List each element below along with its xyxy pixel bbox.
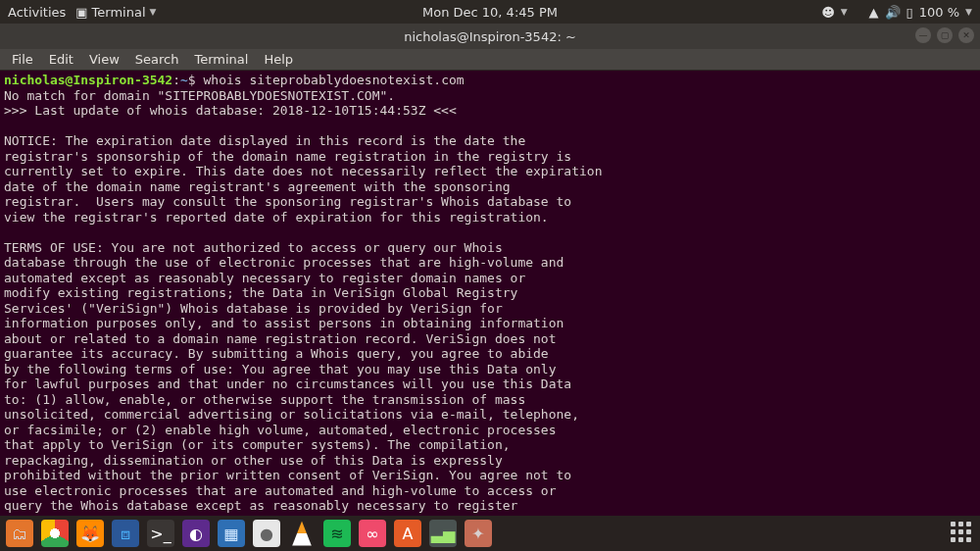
files-icon[interactable]: 🗂 — [6, 520, 33, 547]
menu-terminal[interactable]: Terminal — [188, 50, 254, 69]
volume-icon[interactable]: 🔊 — [885, 5, 901, 20]
minimize-button[interactable]: — — [915, 27, 931, 43]
output-line: information purposes only, and to assist… — [4, 316, 564, 330]
chevron-down-icon: ▼ — [150, 7, 157, 17]
output-line: query the Whois database except as reaso… — [4, 498, 517, 513]
maximize-button[interactable]: ▢ — [937, 27, 953, 43]
terminal-viewport[interactable]: nicholas@Inspiron-3542:~$ whois siteprob… — [0, 71, 980, 516]
vscode-icon[interactable]: ⧈ — [112, 520, 139, 547]
prompt-path: ~ — [180, 73, 188, 87]
ubuntu-dock: 🗂 🦊 ⧈ >_ ◐ ▦ ● ≋ ∞ A ▃▅ ✦ — [0, 516, 980, 551]
output-line: automated except as reasonably necessary… — [4, 271, 525, 285]
menu-view[interactable]: View — [83, 50, 125, 69]
output-line: view the registrar's reported date of ex… — [4, 210, 549, 225]
prompt-userhost: nicholas@Inspiron-3542 — [4, 73, 172, 87]
app-menu[interactable]: ▣ Terminal ▼ — [72, 5, 160, 20]
output-line: about or related to a domain name regist… — [4, 331, 557, 346]
prompt-sep: : — [172, 73, 180, 87]
output-line: for lawful purposes and that under no ci… — [4, 376, 571, 391]
spotify-icon[interactable]: ≋ — [323, 520, 351, 547]
output-line: or facsimile; or (2) enable high volume,… — [4, 423, 557, 437]
close-button[interactable]: ✕ — [958, 27, 974, 43]
output-line: >>> Last update of whois database: 2018-… — [4, 103, 457, 118]
output-line: registrar's sponsorship of the domain na… — [4, 149, 571, 164]
chevron-down-icon: ▼ — [965, 7, 972, 17]
terminal-icon[interactable]: >_ — [147, 520, 174, 547]
output-line: repackaging, dissemination or other use … — [4, 453, 503, 468]
vlc-icon[interactable] — [288, 520, 316, 547]
output-line: by the following terms of use: You agree… — [4, 362, 557, 376]
window-title: nicholas@Inspiron-3542: ~ — [404, 29, 576, 44]
app-menu-label: Terminal — [92, 5, 146, 20]
output-line: database through the use of electronic p… — [4, 255, 564, 270]
face-icon[interactable]: ☻ — [821, 5, 835, 20]
terminal-menubar: File Edit View Search Terminal Help — [0, 49, 980, 71]
output-line: currently set to expire. This date does … — [4, 164, 602, 178]
menu-file[interactable]: File — [6, 50, 39, 69]
chrome-icon[interactable] — [41, 520, 69, 547]
clock[interactable]: Mon Dec 10, 4:45 PM — [422, 5, 558, 20]
chevron-down-icon: ▼ — [841, 7, 848, 17]
window-titlebar[interactable]: nicholas@Inspiron-3542: ~ — ▢ ✕ — [0, 24, 980, 49]
output-line: Services' ("VeriSign") Whois database is… — [4, 301, 503, 316]
output-line: use electronic processes that are automa… — [4, 483, 557, 498]
output-line: that apply to VeriSign (or its computer … — [4, 437, 511, 452]
output-line: NOTICE: The expiration date displayed in… — [4, 133, 525, 148]
app-icon[interactable]: ∞ — [359, 520, 386, 547]
menu-search[interactable]: Search — [129, 50, 185, 69]
prompt-dollar: $ — [188, 73, 204, 87]
command-text: whois siteprobablydoesnotexist.com — [204, 73, 465, 87]
output-line: unsolicited, commercial advertising or s… — [4, 407, 579, 422]
output-line: No match for domain "SITEPROBABLYDOESNOT… — [4, 88, 395, 103]
virtualbox-icon[interactable]: ▦ — [218, 520, 245, 547]
output-line: registrar. Users may consult the sponsor… — [4, 194, 571, 209]
insomnia-icon[interactable]: ◐ — [182, 520, 210, 547]
show-applications-icon[interactable] — [951, 522, 974, 545]
output-line: TERMS OF USE: You are not authorized to … — [4, 240, 503, 255]
terminal-small-icon: ▣ — [75, 5, 87, 20]
output-line: guarantee its accuracy. By submitting a … — [4, 346, 549, 361]
battery-percent: 100 % — [919, 5, 959, 20]
output-line: modify existing registrations; the Data … — [4, 285, 517, 300]
sublime-icon[interactable]: ● — [253, 520, 280, 547]
output-line: date of the domain name registrant's agr… — [4, 179, 511, 194]
battery-icon[interactable]: ▯ — [906, 5, 913, 20]
software-center-icon[interactable]: A — [394, 520, 421, 547]
firefox-icon[interactable]: 🦊 — [76, 520, 104, 547]
gnome-top-panel: Activities ▣ Terminal ▼ Mon Dec 10, 4:45… — [0, 0, 980, 24]
menu-help[interactable]: Help — [258, 50, 299, 69]
output-line: to: (1) allow, enable, or otherwise supp… — [4, 392, 525, 407]
output-line: prohibited without the prior written con… — [4, 468, 571, 482]
activities-button[interactable]: Activities — [8, 5, 66, 20]
system-monitor-icon[interactable]: ▃▅ — [429, 520, 457, 547]
tweak-tool-icon[interactable]: ✦ — [465, 520, 492, 547]
menu-edit[interactable]: Edit — [43, 50, 79, 69]
wifi-icon[interactable]: ▲ — [869, 5, 879, 20]
